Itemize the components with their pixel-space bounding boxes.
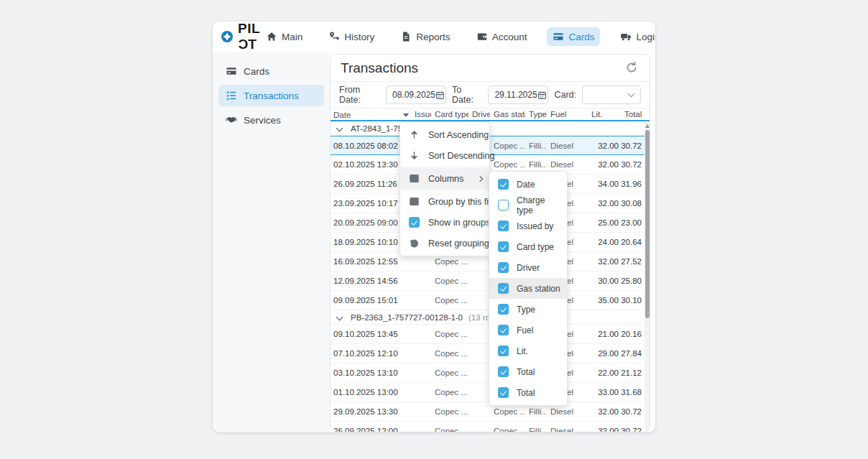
column-header-driver[interactable]: Driver [468, 108, 490, 120]
column-header-issued-by[interactable]: Issued by [411, 108, 431, 120]
submenu-item-total-10[interactable]: Total [489, 382, 567, 403]
submenu-item-label: Fuel [517, 325, 533, 335]
nav-item-history[interactable]: History [323, 27, 380, 46]
undo-icon [409, 238, 420, 249]
cell-card-type: Copec ... [431, 368, 468, 377]
cell-total: 20.16 [621, 330, 644, 338]
checkbox-checked-icon[interactable] [498, 179, 509, 190]
checkbox-checked-icon[interactable] [498, 325, 509, 335]
column-header-date[interactable]: Date [331, 108, 411, 120]
cell-lit: 32.00 [588, 199, 621, 208]
cell-lit: 32.00 [588, 160, 621, 169]
column-header-type[interactable]: Type [525, 108, 547, 120]
cell-total: 25.80 [621, 277, 644, 285]
submenu-item-label: Issued by [517, 221, 553, 231]
group-grid-icon [409, 196, 420, 207]
sidebar-item-transactions[interactable]: Transactions [218, 85, 324, 106]
table-row[interactable]: 26.09.2025 12:00Copec ...Copec ...Filli.… [331, 422, 650, 432]
group-row[interactable]: AT-2843_1-75 [331, 121, 650, 136]
chevron-down-icon [628, 91, 635, 98]
checkbox-checked-icon[interactable] [498, 262, 509, 273]
submenu-item-fuel-7[interactable]: Fuel [489, 320, 567, 340]
columns-submenu: DateCharge typeIssued byCard typeDriverG… [489, 171, 568, 406]
cell-card-type: Copec ... [431, 330, 468, 338]
submenu-item-card-type-3[interactable]: Card type [489, 236, 567, 257]
cell-card-type: Copec ... [431, 257, 468, 266]
sidebar-item-label: Services [244, 115, 281, 126]
nav-item-cards[interactable]: Cards [547, 27, 600, 46]
submenu-item-date-0[interactable]: Date [489, 174, 567, 195]
nav-item-main[interactable]: Main [260, 27, 308, 46]
submenu-item-issued-by-2[interactable]: Issued by [489, 215, 567, 236]
scrollbar-thumb[interactable] [645, 130, 650, 318]
scroll-up-arrow-icon[interactable] [645, 124, 650, 128]
checkbox-checked-icon[interactable] [498, 304, 509, 315]
menu-item-sort-ascending[interactable]: Sort Ascending [400, 124, 489, 145]
checkbox-unchecked-icon[interactable] [498, 200, 509, 210]
submenu-item-gas-station-5[interactable]: Gas station [489, 278, 567, 299]
cell-card-type: Copec ... [431, 388, 468, 397]
checkbox-checked-icon[interactable] [498, 366, 509, 377]
cell-total: 20.64 [621, 238, 644, 246]
chevron-down-icon[interactable] [336, 125, 343, 132]
sidebar-item-label: Transactions [244, 91, 299, 101]
column-header-lit[interactable]: Lit. [588, 108, 621, 120]
submenu-item-driver-4[interactable]: Driver [489, 257, 567, 278]
checkbox-checked-icon[interactable] [498, 241, 509, 252]
cell-fuel: Diesel [547, 407, 588, 416]
app-logo[interactable]: PILCT [221, 22, 260, 52]
checkbox-checked-icon[interactable] [498, 387, 509, 398]
cell-gas-station: Copec ... [490, 427, 525, 432]
nav-item-reports[interactable]: Reports [394, 27, 456, 46]
cell-total: 21.12 [621, 368, 644, 377]
columns-icon [409, 173, 420, 184]
cell-lit: 30.00 [588, 277, 621, 285]
cell-gas-station: Copec ... [490, 160, 525, 169]
menu-item-columns[interactable]: Columns [400, 168, 489, 189]
submenu-item-label: Driver [517, 263, 540, 273]
menu-item-sort-descending[interactable]: Sort Descending [400, 145, 489, 166]
cell-total: 31.96 [621, 180, 644, 188]
submenu-item-type-6[interactable]: Type [489, 299, 567, 320]
column-header-card-type[interactable]: Card type [431, 108, 468, 120]
calendar-icon[interactable] [435, 91, 445, 100]
cell-lit: 25.00 [588, 218, 621, 227]
from-date-input[interactable]: 08.09.2025 [386, 85, 446, 104]
submenu-item-label: Gas station [517, 284, 560, 294]
nav-item-account[interactable]: Account [471, 27, 533, 46]
column-header-gas-station[interactable]: Gas station [490, 108, 525, 120]
cell-date: 16.09.2025 12:55 [331, 257, 411, 266]
to-date-input[interactable]: 29.11.2025 [488, 85, 548, 104]
refresh-button[interactable] [625, 61, 640, 75]
column-header-total[interactable]: Total [621, 108, 644, 120]
menu-item-reset-grouping[interactable]: Reset grouping [400, 233, 489, 254]
calendar-icon[interactable] [537, 91, 547, 100]
cell-total: 30.72 [621, 160, 644, 169]
submenu-item-charge-type-1[interactable]: Charge type [489, 195, 567, 215]
cell-total: 31.68 [621, 388, 644, 397]
submenu-item-label: Date [517, 180, 535, 190]
menu-item-show-in-groups[interactable]: Show in groups [400, 212, 489, 233]
sidebar-item-services[interactable]: Services [218, 109, 324, 131]
nav-menu: MainHistoryReportsAccountCardsLogisticAl… [260, 27, 655, 46]
column-menu-trigger-icon[interactable] [403, 113, 409, 117]
filter-bar: From Date: 08.09.2025 To Date: 29.11.202… [331, 82, 650, 108]
checkbox-checked-icon[interactable] [498, 283, 509, 294]
sidebar-item-label: Cards [244, 66, 269, 77]
checkbox-checked-icon[interactable] [498, 221, 509, 231]
column-header-label: Card type [435, 110, 468, 119]
to-date-label: To Date: [452, 85, 482, 105]
submenu-item-label: Charge type [517, 195, 561, 215]
submenu-item-total-9[interactable]: Total [489, 361, 567, 382]
checkbox-checked-icon[interactable] [498, 346, 509, 356]
submenu-item-lit-8[interactable]: Lit. [489, 340, 567, 361]
sidebar-item-cards[interactable]: Cards [218, 60, 324, 82]
menu-item-group-by-this-field[interactable]: Group by this field [400, 191, 489, 212]
nav-item-logistic[interactable]: Logistic [614, 27, 655, 46]
column-header-fuel[interactable]: Fuel [547, 108, 588, 120]
column-header-label: Lit. [591, 110, 602, 119]
table-header: DateIssued byCard typeDriverGas stationT… [331, 108, 650, 121]
vertical-scrollbar[interactable] [645, 123, 650, 432]
chevron-down-icon[interactable] [336, 314, 343, 321]
card-select[interactable] [582, 85, 641, 104]
